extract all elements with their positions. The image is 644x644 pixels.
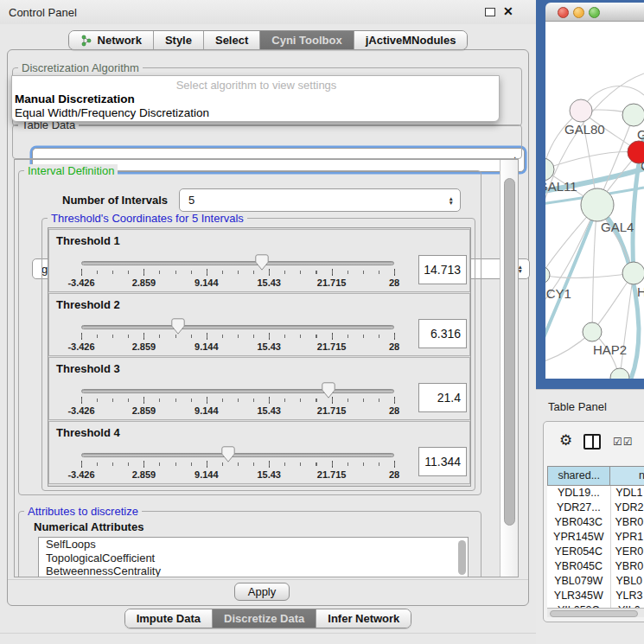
network-canvas[interactable]: GAL80 GA C GAL11 GAL4 GCY1 H HAP2 <box>545 22 644 379</box>
tab-style[interactable]: Style <box>153 31 203 49</box>
tab-select[interactable]: Select <box>203 31 259 49</box>
column-header-name[interactable]: n <box>610 466 644 486</box>
threshold-2-value-field[interactable]: 6.316 <box>418 319 467 348</box>
zoom-traffic-light-icon[interactable] <box>589 7 600 18</box>
node-green-top[interactable] <box>622 104 644 126</box>
list-item[interactable]: BetweennessCentrality <box>39 564 468 577</box>
threshold-3-slider-track[interactable] <box>81 389 394 393</box>
number-of-intervals-value: 5 <box>188 194 194 207</box>
table-row[interactable]: YPR145WYPR1 <box>547 530 644 545</box>
popup-option-equal-width-frequency[interactable]: Equal Width/Frequency Discretization <box>15 106 209 119</box>
slider-minor-ticks <box>81 271 396 274</box>
horizontal-scrollbar[interactable] <box>547 608 644 617</box>
number-of-intervals-label: Number of Intervals <box>62 194 168 207</box>
scale-label: 9.144 <box>194 341 219 352</box>
discretization-algorithm-title: Discretization Algorithm <box>18 61 143 74</box>
scale-label: 9.144 <box>194 277 219 288</box>
threshold-2-slider-track[interactable] <box>81 325 394 329</box>
threshold-1-slider-track[interactable] <box>81 261 394 265</box>
columns-icon-divider <box>592 436 594 448</box>
table-row[interactable]: YLR345WYLR3 <box>547 589 644 603</box>
node-gal4[interactable] <box>581 188 614 221</box>
threshold-2-panel: Threshold 2 -3.426 2.859 9.144 15.43 21.… <box>48 293 470 356</box>
network-icon <box>80 35 92 47</box>
column-header-shared[interactable]: shared... <box>547 466 610 486</box>
vertical-scrollbar-thumb[interactable] <box>504 178 515 526</box>
table-row[interactable]: YBR043CYBR0 <box>547 515 644 530</box>
control-panel-titlebar: Control Panel ✕ <box>0 0 536 24</box>
checkbox-icons[interactable]: ☑☑ <box>613 436 634 448</box>
float-window-icon[interactable] <box>485 8 495 16</box>
close-icon[interactable]: ✕ <box>503 4 513 18</box>
node-label-cut-h: H <box>637 284 644 299</box>
tab-impute-data[interactable]: Impute Data <box>125 609 212 628</box>
node-hap2[interactable] <box>583 322 602 341</box>
slider-minor-ticks <box>81 462 396 466</box>
scale-label: 2.859 <box>132 341 156 352</box>
threshold-4-value-field[interactable]: 11.344 <box>418 447 467 476</box>
slider-minor-ticks <box>81 399 396 402</box>
scale-label: 15.43 <box>257 341 281 352</box>
table-row[interactable]: YBR045CYBR0 <box>547 559 644 574</box>
tab-infer-network[interactable]: Infer Network <box>316 609 411 628</box>
scale-label: -3.426 <box>67 405 94 416</box>
threshold-coordinates-group: Threshold's Coordinates for 5 Intervals … <box>41 218 475 491</box>
tab-discretize-data[interactable]: Discretize Data <box>212 609 316 628</box>
table-row[interactable]: YDR27...YDR2 <box>547 501 644 515</box>
number-of-intervals-combobox[interactable]: 5 ▲▼ <box>179 188 461 212</box>
columns-icon[interactable] <box>583 434 601 450</box>
minimize-traffic-light-icon[interactable] <box>573 7 584 18</box>
vertical-scrollbar[interactable] <box>500 160 519 577</box>
gear-icon[interactable]: ⚙ <box>559 433 572 449</box>
horizontal-scrollbar-thumb[interactable] <box>550 610 638 617</box>
threshold-1-label: Threshold 1 <box>56 234 120 247</box>
node-label-gal4: GAL4 <box>601 220 634 234</box>
threshold-1-value-field[interactable]: 14.713 <box>418 255 467 284</box>
tab-network[interactable]: Network <box>69 31 153 49</box>
tab-cyni-toolbox[interactable]: Cyni Toolbox <box>259 31 353 49</box>
node-bottom-partial[interactable] <box>610 368 629 379</box>
scale-label: 2.859 <box>132 405 156 416</box>
node-label-gal11: GAL11 <box>545 179 577 194</box>
threshold-4-slider-track[interactable] <box>81 453 394 457</box>
close-traffic-light-icon[interactable] <box>558 7 569 18</box>
node-h[interactable] <box>622 262 644 284</box>
threshold-3-label: Threshold 3 <box>56 362 120 375</box>
network-view-window: GAL80 GA C GAL11 GAL4 GCY1 H HAP2 <box>536 0 644 389</box>
table-row[interactable]: YBL079WYBL0 <box>547 574 644 589</box>
scale-label: 15.43 <box>257 469 281 480</box>
table-row[interactable]: YDL19...YDL1 <box>547 486 644 501</box>
node-gcy1[interactable] <box>545 266 550 284</box>
popup-hint-text: Select algorithm to view settings <box>12 79 501 92</box>
tab-select-label: Select <box>215 34 248 47</box>
control-panel: Control Panel ✕ Network Style Select <box>0 0 536 644</box>
table-body: YDL19...YDL1 YDR27...YDR2 YBR043CYBR0 YP… <box>547 486 644 608</box>
scale-label: 21.715 <box>317 341 347 352</box>
scale-label: 9.144 <box>194 469 219 480</box>
tab-cyni-toolbox-label: Cyni Toolbox <box>271 34 341 47</box>
scale-label: 21.715 <box>317 277 347 288</box>
scale-label: 28 <box>389 277 399 288</box>
table-row[interactable]: YER054CYER0 <box>547 545 644 559</box>
table-data-group: Table Data galFiltered.sif default node … <box>12 124 522 159</box>
interval-definition-title: Interval Definition <box>24 164 118 177</box>
apply-button[interactable]: Apply <box>234 583 290 601</box>
node-label-cut-ga: GA <box>637 127 644 142</box>
panel-title: Control Panel <box>9 6 77 19</box>
node-pink[interactable] <box>570 99 592 122</box>
tab-jactivemnodules[interactable]: jActiveMNodules <box>354 31 468 49</box>
attributes-group: Attributes to discretize Numerical Attri… <box>18 511 481 577</box>
scale-label: 15.43 <box>257 405 281 416</box>
popup-option-manual-discretization[interactable]: Manual Discretization <box>15 92 135 105</box>
node-label-hap2: HAP2 <box>593 342 627 357</box>
network-window-titlebar[interactable] <box>545 3 644 22</box>
tab-impute-data-label: Impute Data <box>137 612 201 625</box>
list-item[interactable]: SelfLoops <box>39 538 468 552</box>
scale-label: 28 <box>389 469 399 480</box>
list-item[interactable]: TopologicalCoefficient <box>39 552 468 565</box>
threshold-3-value-field[interactable]: 21.4 <box>418 383 467 412</box>
list-scrollbar[interactable] <box>458 540 466 575</box>
scale-label: 9.144 <box>194 405 219 416</box>
threshold-coordinates-title: Threshold's Coordinates for 5 Intervals <box>48 212 247 225</box>
scale-label: 28 <box>389 405 399 416</box>
